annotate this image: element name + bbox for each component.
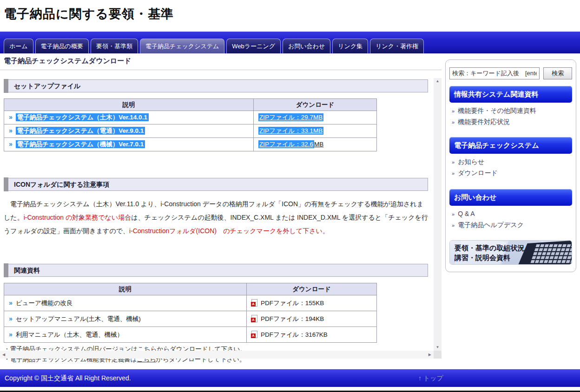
sidebar-link[interactable]: »機能要件・その他関連資料 — [449, 106, 572, 116]
related-description: セットアップマニュアル(土木、電通、機械) — [16, 315, 141, 322]
nav-tab-6[interactable]: リンク集 — [332, 39, 368, 53]
pdf-icon — [251, 331, 257, 338]
setup-file-table: 説明 ダウンロード »電子納品チェックシステム（土木）Ver.14.0.1ZIP… — [4, 98, 377, 151]
pdf-icon — [251, 315, 257, 322]
zip-download-link[interactable]: ZIPファイル：32.6 — [258, 140, 314, 148]
sidebar-link-list: »機能要件・その他関連資料»機能要件対応状況 — [449, 106, 572, 127]
horizontal-scrollbar[interactable]: ◀ ▶ — [0, 351, 434, 359]
search-button[interactable]: 検索 — [543, 67, 572, 79]
double-arrow-icon: » — [9, 299, 13, 307]
table-row: »電子納品チェックシステム（土木）Ver.14.0.1ZIPファイル：29.7M… — [4, 111, 377, 124]
nav-tab-1[interactable]: 電子納品の概要 — [35, 39, 89, 53]
vertical-scrollbar[interactable]: ▲ ▼ — [434, 78, 442, 351]
column-header-download: ダウンロード — [254, 99, 377, 111]
pdf-icon — [251, 299, 257, 307]
scroll-frame-content: セットアップファイル 説明 ダウンロード »電子納品チェックシステム（土木）Ve… — [0, 79, 434, 365]
pdf-download-link[interactable]: PDFファイル：3167KB — [261, 331, 328, 338]
related-docs-table: 説明 ダウンロード »ビューア機能の改良PDFファイル：155KB»セットアップ… — [4, 283, 377, 343]
double-arrow-icon: » — [9, 315, 13, 322]
main-navbar: ホーム電子納品の概要要領・基準類電子納品チェックシステムWebラーニングお問い合… — [0, 32, 580, 53]
search-input[interactable] — [449, 67, 540, 79]
double-arrow-icon: » — [9, 140, 13, 148]
pdf-download-link[interactable]: PDFファイル：194KB — [261, 315, 324, 322]
table-row: »電子納品チェックシステム（電通）Ver.9.0.1ZIPファイル：33.1MB — [4, 124, 377, 138]
column-header-download: ダウンロード — [247, 283, 377, 295]
column-header-description: 説明 — [4, 283, 247, 295]
table-row: »セットアップマニュアル(土木、電通、機械)PDFファイル：194KB — [4, 311, 377, 327]
zip-download-link-tail[interactable]: MB — [314, 141, 323, 148]
nav-tabs: ホーム電子納品の概要要領・基準類電子納品チェックシステムWebラーニングお問い合… — [4, 39, 424, 53]
sidebar-section-header: 情報共有システム関連資料 — [449, 86, 572, 103]
double-arrow-icon: » — [9, 331, 13, 338]
column-header-description: 説明 — [4, 99, 254, 111]
section-heading-related: 関連資料 — [4, 264, 428, 277]
chevron-right-icon: » — [452, 119, 455, 125]
setup-description-link[interactable]: 電子納品チェックシステム（電通）Ver.9.0.1 — [16, 127, 145, 135]
footer: Copyright © 国土交通省 All Right Reserved. ↑ … — [0, 369, 580, 387]
zip-download-link[interactable]: ZIPファイル：33.1MB — [258, 127, 323, 135]
chevron-right-icon: » — [452, 170, 455, 176]
table-row: »利用マニュアル（土木、電通、機械）PDFファイル：3167KB — [4, 327, 377, 343]
chevron-right-icon: » — [452, 222, 455, 228]
nav-tab-5[interactable]: お問い合わせ — [283, 39, 330, 53]
sidebar-link[interactable]: »電子納品ヘルプデスク — [449, 221, 572, 230]
related-description: ビューア機能の改良 — [16, 300, 73, 307]
page-title: 電子納品チェックシステムダウンロード — [0, 53, 442, 70]
setup-description-link[interactable]: 電子納品チェックシステム（土木）Ver.14.0.1 — [16, 113, 149, 121]
sidebar-link[interactable]: »ダウンロード — [449, 169, 572, 178]
sidebar-sections: 情報共有システム関連資料»機能要件・その他関連資料»機能要件対応状況電子納品チェ… — [449, 86, 572, 230]
section-heading-setup: セットアップファイル — [4, 79, 428, 92]
copyright-text: Copyright © 国土交通省 All Right Reserved. — [5, 374, 131, 382]
scroll-down-icon[interactable]: ▼ — [436, 346, 440, 349]
warning-text: i-Constructionフォルダ(ICON) のチェックマークを外して下さい… — [129, 227, 329, 235]
nav-tab-0[interactable]: ホーム — [4, 39, 33, 53]
banner-text: 要領・基準の取組状況 講習・説明会資料 — [455, 243, 524, 262]
scroll-up-icon[interactable]: ▲ — [436, 79, 440, 83]
chevron-right-icon: » — [452, 108, 455, 114]
sidebar-link[interactable]: »Q & A — [449, 209, 572, 219]
double-arrow-icon: » — [9, 113, 13, 121]
nav-tab-3[interactable]: 電子納品チェックシステム — [140, 39, 224, 53]
nav-tab-2[interactable]: 要領・基準類 — [91, 39, 138, 53]
scroll-left-icon[interactable]: ◀ — [2, 353, 5, 357]
sidebar: 検索 情報共有システム関連資料»機能要件・その他関連資料»機能要件対応状況電子納… — [445, 59, 576, 272]
sidebar-section-header: 電子納品チェックシステム — [449, 137, 572, 154]
double-arrow-icon: » — [9, 127, 13, 134]
seminar-banner[interactable]: 要領・基準の取組状況 講習・説明会資料 — [449, 240, 572, 265]
nav-tab-4[interactable]: Webラーニング — [226, 39, 281, 53]
title-divider — [0, 70, 442, 70]
chevron-right-icon: » — [452, 211, 455, 217]
related-description: 利用マニュアル（土木、電通、機械） — [16, 331, 123, 338]
table-row: »電子納品チェックシステム（機械）Ver.7.0.1ZIPファイル：32.6MB — [4, 138, 377, 151]
section-heading-icon-notice: ICONフォルダに関する注意事項 — [4, 178, 428, 191]
main-content: 電子納品チェックシステムダウンロード セットアップファイル 説明 ダウンロード … — [0, 53, 442, 360]
scrollbar-corner — [434, 351, 442, 359]
nav-tab-7[interactable]: リンク・著作権 — [370, 39, 424, 53]
site-header: 電子納品に関する要領・基準 — [0, 0, 580, 32]
back-to-top-link[interactable]: ↑ トップ — [418, 369, 443, 387]
icon-notice-paragraph: 電子納品チェックシステム（土木）Ver.11.0 より、i-Constructi… — [4, 197, 428, 238]
zip-download-link[interactable]: ZIPファイル：29.7MB — [258, 113, 323, 121]
search-row: 検索 — [449, 67, 572, 79]
sidebar-link[interactable]: »お知らせ — [449, 157, 572, 167]
pdf-download-link[interactable]: PDFファイル：155KB — [261, 300, 324, 307]
scroll-right-icon[interactable]: ▶ — [428, 353, 431, 357]
table-row: »ビューア機能の改良PDFファイル：155KB — [4, 295, 377, 311]
site-title: 電子納品に関する要領・基準 — [4, 6, 576, 22]
sidebar-link[interactable]: »機能要件対応状況 — [449, 118, 572, 127]
sidebar-link-list: »お知らせ»ダウンロード — [449, 157, 572, 178]
warning-text: i-Construction の対象業務でない場合 — [24, 214, 132, 221]
sidebar-section-header: お問い合わせ — [449, 189, 572, 206]
setup-description-link[interactable]: 電子納品チェックシステム（機械）Ver.7.0.1 — [16, 140, 145, 148]
sidebar-link-list: »Q & A»電子納品ヘルプデスク — [449, 209, 572, 230]
chevron-right-icon: » — [452, 159, 455, 165]
